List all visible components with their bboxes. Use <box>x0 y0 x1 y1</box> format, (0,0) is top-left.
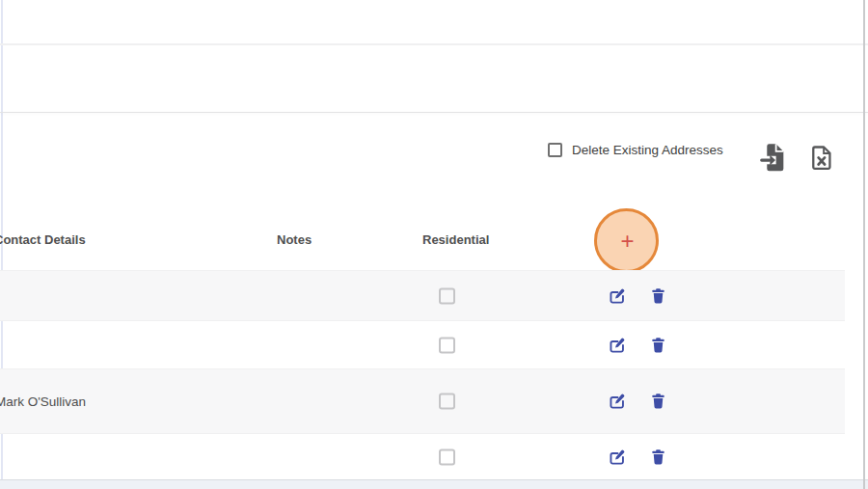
delete-existing-addresses-control[interactable]: Delete Existing Addresses <box>548 143 723 157</box>
export-excel-button[interactable] <box>807 143 835 173</box>
residential-header: Residential <box>422 232 489 247</box>
delete-existing-label: Delete Existing Addresses <box>572 143 723 157</box>
bottom-scroll-track[interactable] <box>0 479 868 489</box>
edit-icon <box>609 337 626 354</box>
delete-existing-checkbox[interactable] <box>548 143 562 157</box>
notes-header: Notes <box>277 232 312 247</box>
edit-icon <box>609 393 626 410</box>
top-divider <box>0 43 868 45</box>
edit-button[interactable] <box>609 337 626 354</box>
contact-details-header: Contact Details <box>0 232 86 247</box>
edit-icon <box>609 287 626 305</box>
delete-button[interactable] <box>650 337 666 354</box>
file-excel-icon <box>807 143 835 173</box>
import-addresses-button[interactable] <box>756 141 788 174</box>
table-row: Mark O'Sullivan <box>0 368 845 433</box>
addresses-screen: Delete Existing Addresses Contact Detail… <box>0 0 868 489</box>
edit-button[interactable] <box>609 448 626 466</box>
residential-checkbox[interactable] <box>439 394 455 410</box>
edit-button[interactable] <box>609 287 626 305</box>
residential-checkbox[interactable] <box>439 337 455 353</box>
trash-icon <box>650 393 666 410</box>
residential-checkbox[interactable] <box>439 287 455 304</box>
table-row <box>0 270 845 320</box>
trash-icon <box>650 337 666 354</box>
add-address-button[interactable]: + <box>613 227 641 255</box>
file-import-icon <box>756 141 788 174</box>
delete-button[interactable] <box>650 393 666 410</box>
trash-icon <box>650 448 666 466</box>
delete-button[interactable] <box>650 287 666 305</box>
residential-checkbox[interactable] <box>439 448 455 465</box>
table-row <box>0 320 845 368</box>
edit-icon <box>609 448 626 466</box>
window-scrollbar-edge[interactable] <box>863 0 865 489</box>
section-divider <box>0 112 868 113</box>
edit-button[interactable] <box>609 393 626 410</box>
trash-icon <box>650 287 666 305</box>
table-row <box>0 433 845 479</box>
contact-cell: Mark O'Sullivan <box>0 394 86 409</box>
delete-button[interactable] <box>650 448 666 466</box>
